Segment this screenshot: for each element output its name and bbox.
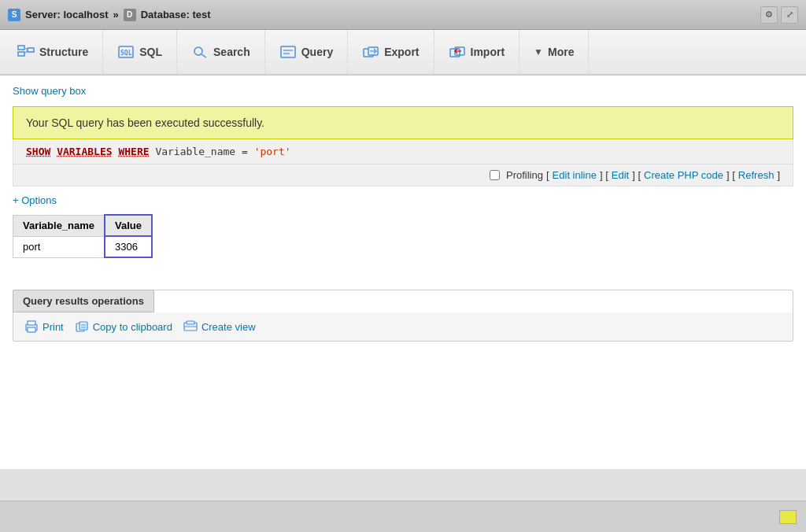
cell-value: 3306	[105, 236, 152, 257]
bottom-bar	[0, 501, 806, 532]
svg-rect-1	[18, 52, 24, 56]
edit-inline-link[interactable]: Edit inline	[553, 169, 597, 181]
profiling-label: Profiling	[506, 169, 543, 181]
tab-sql-label: SQL	[139, 46, 162, 58]
sql-keyword-where: WHERE	[118, 146, 149, 157]
query-icon	[279, 45, 297, 59]
titlebar-left: S Server: localhost » D Database: test	[8, 9, 211, 21]
tab-structure-label: Structure	[39, 46, 88, 58]
print-link[interactable]: Print	[24, 320, 64, 333]
results-table: Variable_name Value port 3306	[13, 214, 153, 258]
tab-search-label: Search	[213, 46, 250, 58]
bottom-status-icon	[779, 510, 797, 524]
tab-search[interactable]: Search	[177, 30, 265, 74]
profiling-bar: Profiling [Edit inline] [Edit] [Create P…	[13, 164, 793, 187]
col-value-header: Value	[105, 215, 152, 236]
main-content: Show query box Your SQL query has been e…	[0, 76, 806, 469]
search-icon	[191, 45, 209, 59]
edit-link[interactable]: Edit	[612, 169, 629, 181]
chevron-down-icon: ▼	[534, 46, 543, 57]
query-ops-body: Print Copy to clipboard	[13, 312, 793, 341]
query-ops-section: Query results operations Print	[13, 290, 793, 342]
copy-icon	[75, 320, 89, 333]
sql-icon: SQL	[117, 45, 135, 59]
svg-rect-22	[79, 322, 87, 330]
sql-keyword-show: SHOW	[26, 146, 50, 157]
tab-export[interactable]: Export	[348, 30, 434, 74]
refresh-link[interactable]: Refresh	[738, 169, 775, 181]
cell-variable-name: port	[13, 236, 105, 257]
database-label: Database: test	[141, 9, 211, 20]
server-label: Server: localhost	[25, 9, 109, 20]
options-link[interactable]: + Options	[13, 194, 57, 206]
create-view-icon	[183, 320, 198, 333]
svg-text:SQL: SQL	[120, 50, 132, 57]
profiling-checkbox[interactable]	[490, 170, 500, 180]
tab-more-label: More	[548, 46, 574, 58]
svg-rect-0	[18, 46, 24, 50]
settings-button[interactable]: ⚙	[760, 6, 778, 24]
tab-export-label: Export	[384, 46, 419, 58]
sql-code-area: SHOW VARIABLES WHERE Variable_name = 'po…	[13, 139, 793, 164]
svg-rect-19	[28, 321, 35, 325]
create-view-link[interactable]: Create view	[183, 320, 256, 333]
svg-rect-9	[281, 46, 295, 57]
svg-point-7	[194, 47, 202, 55]
svg-rect-2	[28, 48, 34, 52]
query-ops-header: Query results operations	[13, 290, 154, 312]
titlebar: S Server: localhost » D Database: test ⚙…	[0, 0, 806, 30]
copy-label: Copy to clipboard	[93, 321, 172, 333]
structure-icon	[17, 45, 35, 59]
export-icon	[362, 45, 379, 59]
titlebar-controls: ⚙ ⤢	[760, 6, 798, 24]
restore-button[interactable]: ⤢	[781, 6, 798, 24]
success-message: Your SQL query has been executed success…	[26, 116, 264, 129]
tab-import-label: Import	[471, 46, 505, 58]
copy-clipboard-link[interactable]: Copy to clipboard	[75, 320, 172, 333]
tab-more[interactable]: ▼ More	[519, 30, 589, 74]
print-label: Print	[43, 321, 64, 333]
server-icon: S	[8, 9, 20, 21]
sql-string-port: 'port'	[254, 146, 291, 157]
tab-sql[interactable]: SQL SQL	[103, 30, 177, 74]
svg-rect-26	[187, 321, 194, 324]
import-icon	[449, 45, 466, 59]
create-view-label: Create view	[202, 321, 256, 333]
table-row: port 3306	[13, 236, 153, 257]
tab-import[interactable]: Import	[434, 30, 520, 74]
col-variable-name-header: Variable_name	[13, 215, 105, 236]
svg-rect-20	[28, 327, 35, 332]
tab-structure[interactable]: Structure	[3, 30, 103, 74]
create-php-link[interactable]: Create PHP code	[644, 169, 723, 181]
print-icon	[24, 320, 39, 333]
svg-line-8	[202, 54, 206, 57]
breadcrumb-separator: »	[113, 9, 119, 20]
tab-query[interactable]: Query	[265, 30, 348, 74]
database-icon: D	[124, 9, 136, 21]
sql-normal-part: Variable_name =	[155, 146, 253, 157]
tab-query-label: Query	[301, 46, 333, 58]
success-banner: Your SQL query has been executed success…	[13, 106, 793, 139]
navbar: Structure SQL SQL Search	[0, 30, 806, 76]
sql-keyword-variables: VARIABLES	[57, 146, 112, 157]
show-query-box-link[interactable]: Show query box	[13, 85, 793, 97]
